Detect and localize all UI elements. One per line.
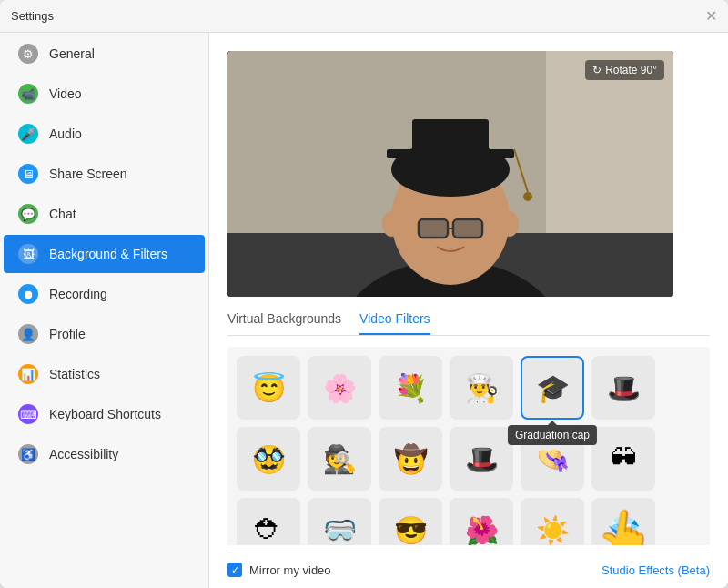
svg-point-17	[382, 211, 400, 237]
video-preview: ↻ Rotate 90°	[228, 51, 673, 297]
filter-item-13[interactable]: 🥽	[308, 498, 371, 545]
filter-item-11[interactable]: 🕶	[592, 427, 655, 491]
video-icon: 📹	[18, 84, 38, 104]
filter-item-10[interactable]: 👒	[521, 427, 584, 491]
content-area: ⚙General📹Video🎤Audio🖥Share Screen💬Chat🖼B…	[0, 33, 728, 588]
sidebar-item-background-filters[interactable]: 🖼Background & Filters	[4, 235, 205, 273]
sidebar-item-audio[interactable]: 🎤Audio	[4, 115, 205, 153]
statistics-icon: 📊	[18, 364, 38, 384]
recording-icon: ⏺	[18, 284, 38, 304]
general-icon: ⚙	[18, 44, 38, 64]
svg-rect-15	[420, 220, 447, 237]
filter-item-8[interactable]: 🤠	[379, 427, 442, 491]
filter-item-4[interactable]: 🎓Graduation cap	[521, 356, 584, 420]
sidebar-label-keyboard-shortcuts: Keyboard Shortcuts	[49, 407, 161, 421]
titlebar: Settings ✕	[0, 0, 728, 33]
filter-item-5[interactable]: 🎩	[592, 356, 655, 420]
filter-item-15[interactable]: 🌺	[450, 498, 513, 545]
svg-point-11	[523, 192, 532, 201]
filter-item-17[interactable]: 💎	[592, 498, 655, 545]
sidebar-label-video: Video	[49, 86, 82, 101]
sidebar-label-share-screen: Share Screen	[49, 167, 127, 181]
sidebar-label-statistics: Statistics	[49, 367, 100, 381]
sidebar-item-accessibility[interactable]: ♿Accessibility	[4, 435, 205, 473]
sidebar-item-chat[interactable]: 💬Chat	[4, 195, 205, 233]
share-screen-icon: 🖥	[18, 164, 38, 184]
background-filters-icon: 🖼	[18, 244, 38, 264]
studio-effects-link[interactable]: Studio Effects (Beta)	[602, 563, 710, 577]
sidebar-label-background-filters: Background & Filters	[49, 247, 167, 261]
mirror-checkbox-box[interactable]: ✓	[228, 563, 242, 577]
rotate-label: Rotate 90°	[605, 64, 657, 76]
chat-icon: 💬	[18, 204, 38, 224]
close-button[interactable]: ✕	[704, 10, 717, 23]
keyboard-shortcuts-icon: ⌨	[18, 404, 38, 424]
rotate-icon: ↻	[592, 64, 602, 76]
svg-rect-9	[412, 119, 489, 151]
filters-grid: 😇🌸💐👨‍🍳🎓Graduation cap🎩🥸🕵️🤠🎩👒🕶⛑🥽😎🌺☀️💎	[228, 347, 710, 545]
sidebar-label-recording: Recording	[49, 287, 107, 301]
sidebar-label-audio: Audio	[49, 127, 82, 141]
bottom-bar: ✓ Mirror my video Studio Effects (Beta)	[228, 553, 710, 588]
sidebar-label-chat: Chat	[49, 207, 76, 221]
mirror-label: Mirror my video	[249, 563, 331, 577]
window-title: Settings	[11, 9, 54, 23]
profile-icon: 👤	[18, 324, 38, 344]
tabs-bar: Virtual Backgrounds Video Filters	[228, 311, 710, 336]
sidebar-item-keyboard-shortcuts[interactable]: ⌨Keyboard Shortcuts	[4, 395, 205, 433]
sidebar-label-profile: Profile	[49, 327, 86, 341]
accessibility-icon: ♿	[18, 444, 38, 464]
filter-item-0[interactable]: 😇	[237, 356, 300, 420]
main-panel: ↻ Rotate 90° Virtual Backgrounds Video F…	[209, 33, 728, 588]
sidebar-item-video[interactable]: 📹Video	[4, 75, 205, 113]
sidebar-item-share-screen[interactable]: 🖥Share Screen	[4, 155, 205, 193]
mirror-checkbox-label[interactable]: ✓ Mirror my video	[228, 563, 331, 577]
filter-item-6[interactable]: 🥸	[237, 427, 300, 491]
filter-item-2[interactable]: 💐	[379, 356, 442, 420]
filter-item-1[interactable]: 🌸	[308, 356, 371, 420]
person-preview	[228, 51, 673, 297]
sidebar-item-profile[interactable]: 👤Profile	[4, 315, 205, 353]
filter-item-14[interactable]: 😎	[379, 498, 442, 545]
filter-item-12[interactable]: ⛑	[237, 498, 300, 545]
svg-rect-16	[454, 220, 481, 237]
filter-item-7[interactable]: 🕵️	[308, 427, 371, 491]
filter-item-16[interactable]: ☀️	[521, 498, 584, 545]
svg-point-18	[500, 211, 519, 237]
tab-virtual-backgrounds[interactable]: Virtual Backgrounds	[228, 311, 341, 335]
sidebar-item-recording[interactable]: ⏺Recording	[4, 275, 205, 313]
filters-area: 😇🌸💐👨‍🍳🎓Graduation cap🎩🥸🕵️🤠🎩👒🕶⛑🥽😎🌺☀️💎 👆	[228, 347, 710, 545]
sidebar-label-general: General	[49, 46, 95, 61]
sidebar-label-accessibility: Accessibility	[49, 447, 118, 461]
settings-window: Settings ✕ ⚙General📹Video🎤Audio🖥Share Sc…	[0, 0, 728, 588]
filter-item-3[interactable]: 👨‍🍳	[450, 356, 513, 420]
rotate-button[interactable]: ↻ Rotate 90°	[585, 60, 664, 80]
filter-item-9[interactable]: 🎩	[450, 427, 513, 491]
tab-video-filters[interactable]: Video Filters	[359, 311, 430, 335]
sidebar-item-statistics[interactable]: 📊Statistics	[4, 355, 205, 393]
sidebar-item-general[interactable]: ⚙General	[4, 35, 205, 73]
sidebar: ⚙General📹Video🎤Audio🖥Share Screen💬Chat🖼B…	[0, 33, 209, 588]
audio-icon: 🎤	[18, 124, 38, 144]
